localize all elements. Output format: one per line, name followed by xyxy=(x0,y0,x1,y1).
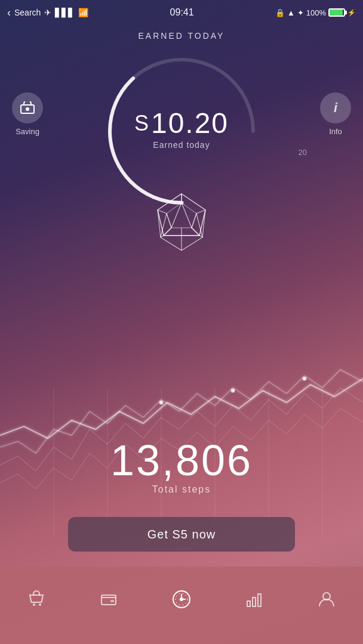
scale-marker: 20 xyxy=(299,148,307,157)
svg-rect-43 xyxy=(253,597,256,606)
svg-point-31 xyxy=(231,389,235,392)
svg-line-16 xyxy=(158,210,161,237)
svg-point-3 xyxy=(26,107,29,111)
cta-button[interactable]: Get S5 now xyxy=(68,517,295,552)
svg-line-15 xyxy=(202,210,205,237)
nav-item-profile[interactable] xyxy=(310,583,343,616)
wallet-icon xyxy=(98,589,119,610)
back-chevron-icon[interactable]: ‹ xyxy=(7,7,11,19)
nav-item-shop[interactable] xyxy=(20,583,53,616)
nav-item-wallet[interactable] xyxy=(92,583,125,616)
svg-line-20 xyxy=(167,213,171,228)
svg-point-33 xyxy=(33,603,35,606)
battery-fill xyxy=(330,10,343,16)
earned-label: Earned today xyxy=(134,140,229,150)
saving-button[interactable]: Saving xyxy=(12,92,43,136)
nav-item-stats[interactable] xyxy=(238,583,271,616)
gauge-center: S 10.20 Earned today xyxy=(134,109,229,150)
currency-symbol: S xyxy=(134,113,150,134)
svg-line-8 xyxy=(196,210,205,213)
svg-point-30 xyxy=(159,401,163,404)
svg-marker-5 xyxy=(167,203,196,228)
lock-icon: 🔒 xyxy=(275,8,285,17)
status-time: 09:41 xyxy=(170,7,194,18)
svg-rect-44 xyxy=(258,594,261,606)
signal-icon: ▋▋▋ xyxy=(55,8,75,17)
back-label[interactable]: Search xyxy=(14,8,41,17)
status-right: 🔒 ▲ ✦ 100% ⚡ xyxy=(275,8,356,17)
activity-icon xyxy=(171,589,192,610)
stats-icon xyxy=(244,589,265,610)
svg-point-34 xyxy=(39,603,41,606)
page-title: EARNED TODAY xyxy=(0,31,363,41)
airplane-icon: ✈ xyxy=(44,8,51,17)
charging-icon: ⚡ xyxy=(347,9,356,17)
svg-line-21 xyxy=(192,213,196,228)
wifi-icon: 📶 xyxy=(78,8,88,17)
info-label: Info xyxy=(329,127,342,136)
gem-shape xyxy=(143,185,220,262)
saving-label: Saving xyxy=(16,127,39,136)
steps-label: Total steps xyxy=(0,484,363,495)
bluetooth-icon: ✦ xyxy=(297,8,304,17)
steps-count: 13,806 xyxy=(0,439,363,482)
shop-icon xyxy=(26,589,47,610)
saving-icon xyxy=(12,92,43,123)
svg-line-11 xyxy=(158,210,167,213)
svg-point-41 xyxy=(180,598,183,600)
status-left: ‹ Search ✈ ▋▋▋ 📶 xyxy=(7,7,88,19)
svg-point-32 xyxy=(303,377,306,380)
location-icon: ▲ xyxy=(287,8,295,17)
info-button[interactable]: i Info xyxy=(320,92,351,136)
profile-icon xyxy=(316,589,337,610)
nav-item-activity[interactable] xyxy=(165,583,198,616)
svg-rect-36 xyxy=(110,600,114,602)
battery-icon xyxy=(328,8,345,17)
svg-rect-42 xyxy=(247,601,250,606)
info-icon: i xyxy=(320,92,351,123)
earned-amount: S 10.20 xyxy=(134,109,229,138)
svg-line-13 xyxy=(192,228,199,236)
svg-line-14 xyxy=(164,228,171,236)
battery-percent: 100% xyxy=(306,8,326,17)
svg-rect-35 xyxy=(101,595,116,605)
steps-section: 13,806 Total steps xyxy=(0,439,363,495)
bottom-nav xyxy=(0,566,363,644)
status-bar: ‹ Search ✈ ▋▋▋ 📶 09:41 🔒 ▲ ✦ 100% ⚡ xyxy=(0,0,363,25)
earned-value: 10.20 xyxy=(151,109,229,138)
